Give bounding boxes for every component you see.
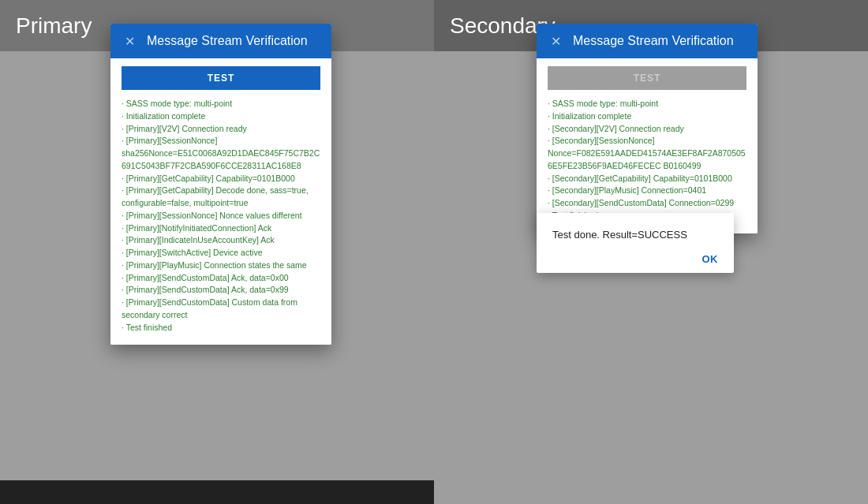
log-line: · SASS mode type: multi-point xyxy=(548,98,746,110)
left-title-text: Primary xyxy=(16,13,92,39)
left-dialog-title: Message Stream Verification xyxy=(147,34,308,48)
left-close-icon[interactable]: ✕ xyxy=(122,33,137,49)
result-popup-text: Test done. Result=SUCCESS xyxy=(552,229,718,241)
right-test-button[interactable]: TEST xyxy=(548,66,746,90)
log-line: · [Primary][V2V] Connection ready xyxy=(122,123,320,136)
log-line: · [Primary][SessionNonce] Nonce values d… xyxy=(122,210,320,222)
right-panel: Secondary ✕ Message Stream Verification … xyxy=(434,0,868,504)
result-popup-ok-container: OK xyxy=(552,253,718,265)
left-test-button[interactable]: TEST xyxy=(122,66,320,90)
log-line: · [Primary][IndicateInUseAccountKey] Ack xyxy=(122,234,320,247)
left-bottom-bar xyxy=(0,480,434,504)
log-line: · [Secondary][SendCustomData] Connection… xyxy=(548,197,746,210)
ok-button[interactable]: OK xyxy=(702,253,719,265)
log-line: · [Primary][NotifyInitiatedConnection] A… xyxy=(122,222,320,235)
log-line: · [Secondary][GetCapability] Capability=… xyxy=(548,173,746,185)
log-line: · [Secondary][SessionNonce]Nonce=F082E59… xyxy=(548,135,746,172)
log-line: · [Secondary][V2V] Connection ready xyxy=(548,123,746,136)
log-line: · [Primary][SessionNonce]sha256Nonce=E51… xyxy=(122,135,320,172)
left-dialog-body: TEST · SASS mode type: multi-point · Ini… xyxy=(110,58,331,345)
left-panel: Primary ✕ Message Stream Verification TE… xyxy=(0,0,434,504)
log-line: · SASS mode type: multi-point xyxy=(122,98,320,110)
right-dialog-body: TEST · SASS mode type: multi-point · Ini… xyxy=(537,58,758,233)
log-line: · Initialization complete xyxy=(548,110,746,123)
log-line: · Initialization complete xyxy=(122,110,320,123)
right-dialog-title: Message Stream Verification xyxy=(573,34,734,48)
left-dialog-header: ✕ Message Stream Verification xyxy=(110,24,331,58)
log-line: · [Primary][GetCapability] Decode done, … xyxy=(122,185,320,210)
log-line: · [Primary][SwitchActive] Device active xyxy=(122,247,320,259)
left-dialog: ✕ Message Stream Verification TEST · SAS… xyxy=(110,24,331,345)
right-log-area: · SASS mode type: multi-point · Initiali… xyxy=(548,98,746,222)
result-popup: Test done. Result=SUCCESS OK xyxy=(537,213,734,273)
right-close-icon[interactable]: ✕ xyxy=(548,33,563,49)
log-line: · [Primary][SendCustomData] Ack, data=0x… xyxy=(122,284,320,297)
log-line: · Test finished xyxy=(122,322,320,334)
right-dialog: ✕ Message Stream Verification TEST · SAS… xyxy=(537,24,758,233)
log-line: · [Primary][SendCustomData] Custom data … xyxy=(122,297,320,322)
right-dialog-header: ✕ Message Stream Verification xyxy=(537,24,758,58)
log-line: · [Primary][GetCapability] Capability=01… xyxy=(122,173,320,185)
log-line: · [Primary][SendCustomData] Ack, data=0x… xyxy=(122,272,320,285)
log-line: · [Primary][PlayMusic] Connection states… xyxy=(122,259,320,272)
log-line: · [Secondary][PlayMusic] Connection=0401 xyxy=(548,185,746,197)
left-log-area: · SASS mode type: multi-point · Initiali… xyxy=(122,98,320,334)
